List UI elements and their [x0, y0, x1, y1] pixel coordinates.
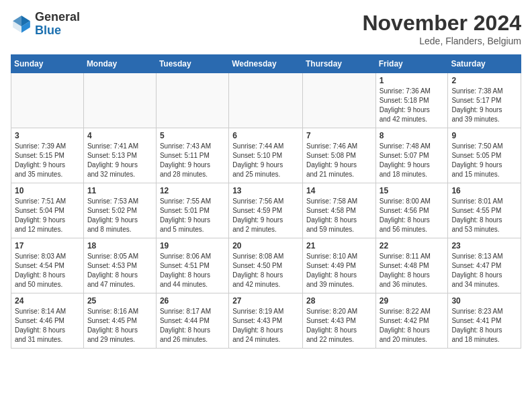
day-info: Sunrise: 8:05 AM Sunset: 4:53 PM Dayligh…: [87, 252, 152, 289]
calendar-cell: 15Sunrise: 8:00 AM Sunset: 4:56 PM Dayli…: [375, 183, 448, 238]
day-info: Sunrise: 8:23 AM Sunset: 4:41 PM Dayligh…: [451, 307, 517, 345]
calendar-cell: [83, 73, 156, 128]
day-number: 5: [160, 131, 225, 140]
calendar-cell: 5Sunrise: 7:43 AM Sunset: 5:11 PM Daylig…: [156, 128, 228, 183]
calendar-cell: 7Sunrise: 7:46 AM Sunset: 5:08 PM Daylig…: [302, 128, 375, 183]
calendar-cell: 17Sunrise: 8:03 AM Sunset: 4:54 PM Dayli…: [11, 238, 84, 293]
day-info: Sunrise: 8:10 AM Sunset: 4:49 PM Dayligh…: [306, 252, 372, 289]
calendar-cell: 13Sunrise: 7:56 AM Sunset: 4:59 PM Dayli…: [229, 183, 303, 238]
day-info: Sunrise: 8:14 AM Sunset: 4:46 PM Dayligh…: [15, 307, 80, 345]
day-number: 26: [160, 296, 225, 306]
calendar-cell: 25Sunrise: 8:16 AM Sunset: 4:45 PM Dayli…: [83, 293, 156, 349]
day-of-week-header: Saturday: [448, 55, 521, 73]
day-info: Sunrise: 7:41 AM Sunset: 5:13 PM Dayligh…: [87, 142, 152, 179]
day-number: 18: [87, 241, 152, 250]
calendar-cell: 10Sunrise: 7:51 AM Sunset: 5:04 PM Dayli…: [11, 183, 84, 238]
logo-icon: [11, 13, 32, 35]
day-number: 1: [380, 76, 445, 85]
calendar-cell: 22Sunrise: 8:11 AM Sunset: 4:48 PM Dayli…: [375, 238, 448, 293]
day-info: Sunrise: 7:50 AM Sunset: 5:05 PM Dayligh…: [451, 142, 517, 179]
calendar-cell: 20Sunrise: 8:08 AM Sunset: 4:50 PM Dayli…: [229, 238, 303, 293]
day-info: Sunrise: 8:03 AM Sunset: 4:54 PM Dayligh…: [15, 252, 80, 289]
day-number: 23: [451, 241, 517, 250]
day-info: Sunrise: 7:58 AM Sunset: 4:58 PM Dayligh…: [306, 197, 372, 234]
day-of-week-header: Monday: [83, 55, 156, 73]
day-number: 15: [380, 186, 445, 195]
day-of-week-header: Tuesday: [156, 55, 228, 73]
day-info: Sunrise: 8:20 AM Sunset: 4:43 PM Dayligh…: [306, 307, 372, 345]
week-row-3: 10Sunrise: 7:51 AM Sunset: 5:04 PM Dayli…: [11, 183, 521, 238]
day-number: 12: [160, 186, 225, 195]
day-number: 11: [87, 186, 152, 195]
calendar-cell: 26Sunrise: 8:17 AM Sunset: 4:44 PM Dayli…: [156, 293, 228, 349]
day-number: 10: [15, 186, 80, 195]
day-info: Sunrise: 7:43 AM Sunset: 5:11 PM Dayligh…: [160, 142, 225, 179]
day-number: 29: [380, 296, 445, 306]
calendar-table: SundayMondayTuesdayWednesdayThursdayFrid…: [11, 54, 521, 349]
day-info: Sunrise: 8:13 AM Sunset: 4:47 PM Dayligh…: [451, 252, 517, 289]
day-of-week-header: Friday: [375, 55, 448, 73]
calendar-cell: 4Sunrise: 7:41 AM Sunset: 5:13 PM Daylig…: [83, 128, 156, 183]
day-info: Sunrise: 7:51 AM Sunset: 5:04 PM Dayligh…: [15, 197, 80, 234]
day-info: Sunrise: 7:56 AM Sunset: 4:59 PM Dayligh…: [232, 197, 299, 234]
calendar-cell: 8Sunrise: 7:48 AM Sunset: 5:07 PM Daylig…: [375, 128, 448, 183]
calendar-cell: 1Sunrise: 7:36 AM Sunset: 5:18 PM Daylig…: [375, 73, 448, 128]
calendar-cell: 11Sunrise: 7:53 AM Sunset: 5:02 PM Dayli…: [83, 183, 156, 238]
day-number: 25: [87, 296, 152, 306]
calendar-cell: 18Sunrise: 8:05 AM Sunset: 4:53 PM Dayli…: [83, 238, 156, 293]
day-number: 2: [451, 76, 517, 85]
page-header: General Blue November 2024 Lede, Flander…: [11, 11, 521, 46]
title-block: November 2024 Lede, Flanders, Belgium: [362, 11, 521, 46]
calendar-cell: 3Sunrise: 7:39 AM Sunset: 5:15 PM Daylig…: [11, 128, 84, 183]
location: Lede, Flanders, Belgium: [362, 36, 521, 46]
day-info: Sunrise: 7:36 AM Sunset: 5:18 PM Dayligh…: [380, 87, 445, 124]
day-number: 30: [451, 296, 517, 306]
week-row-4: 17Sunrise: 8:03 AM Sunset: 4:54 PM Dayli…: [11, 238, 521, 293]
calendar-cell: 19Sunrise: 8:06 AM Sunset: 4:51 PM Dayli…: [156, 238, 228, 293]
logo: General Blue: [11, 11, 80, 38]
day-number: 13: [232, 186, 299, 195]
day-of-week-header: Wednesday: [229, 55, 303, 73]
day-number: 16: [451, 186, 517, 195]
day-info: Sunrise: 8:19 AM Sunset: 4:43 PM Dayligh…: [232, 307, 299, 345]
day-info: Sunrise: 7:55 AM Sunset: 5:01 PM Dayligh…: [160, 197, 225, 234]
calendar-cell: [302, 73, 375, 128]
day-number: 24: [15, 296, 80, 306]
logo-blue: Blue: [35, 24, 80, 38]
calendar-cell: 16Sunrise: 8:01 AM Sunset: 4:55 PM Dayli…: [448, 183, 521, 238]
day-number: 7: [306, 131, 372, 140]
calendar-cell: 24Sunrise: 8:14 AM Sunset: 4:46 PM Dayli…: [11, 293, 84, 349]
calendar-cell: 12Sunrise: 7:55 AM Sunset: 5:01 PM Dayli…: [156, 183, 228, 238]
calendar-cell: 6Sunrise: 7:44 AM Sunset: 5:10 PM Daylig…: [229, 128, 303, 183]
day-number: 27: [232, 296, 299, 306]
day-info: Sunrise: 8:00 AM Sunset: 4:56 PM Dayligh…: [380, 197, 445, 234]
day-number: 8: [380, 131, 445, 140]
day-info: Sunrise: 8:16 AM Sunset: 4:45 PM Dayligh…: [87, 307, 152, 345]
day-info: Sunrise: 8:06 AM Sunset: 4:51 PM Dayligh…: [160, 252, 225, 289]
week-row-5: 24Sunrise: 8:14 AM Sunset: 4:46 PM Dayli…: [11, 293, 521, 349]
week-row-1: 1Sunrise: 7:36 AM Sunset: 5:18 PM Daylig…: [11, 73, 521, 128]
calendar-cell: 29Sunrise: 8:22 AM Sunset: 4:42 PM Dayli…: [375, 293, 448, 349]
calendar-cell: [156, 73, 228, 128]
day-number: 6: [232, 131, 299, 140]
day-info: Sunrise: 7:38 AM Sunset: 5:17 PM Dayligh…: [451, 87, 517, 124]
day-number: 9: [451, 131, 517, 140]
week-row-2: 3Sunrise: 7:39 AM Sunset: 5:15 PM Daylig…: [11, 128, 521, 183]
logo-general: General: [35, 11, 80, 24]
day-number: 14: [306, 186, 372, 195]
day-info: Sunrise: 7:53 AM Sunset: 5:02 PM Dayligh…: [87, 197, 152, 234]
day-info: Sunrise: 7:46 AM Sunset: 5:08 PM Dayligh…: [306, 142, 372, 179]
calendar-cell: 2Sunrise: 7:38 AM Sunset: 5:17 PM Daylig…: [448, 73, 521, 128]
calendar-cell: 27Sunrise: 8:19 AM Sunset: 4:43 PM Dayli…: [229, 293, 303, 349]
day-number: 3: [15, 131, 80, 140]
day-info: Sunrise: 8:11 AM Sunset: 4:48 PM Dayligh…: [380, 252, 445, 289]
day-number: 19: [160, 241, 225, 250]
day-number: 4: [87, 131, 152, 140]
calendar-header-row: SundayMondayTuesdayWednesdayThursdayFrid…: [11, 55, 521, 73]
day-info: Sunrise: 7:44 AM Sunset: 5:10 PM Dayligh…: [232, 142, 299, 179]
calendar-cell: 9Sunrise: 7:50 AM Sunset: 5:05 PM Daylig…: [448, 128, 521, 183]
day-info: Sunrise: 7:39 AM Sunset: 5:15 PM Dayligh…: [15, 142, 80, 179]
day-of-week-header: Thursday: [302, 55, 375, 73]
calendar-cell: [229, 73, 303, 128]
day-number: 21: [306, 241, 372, 250]
